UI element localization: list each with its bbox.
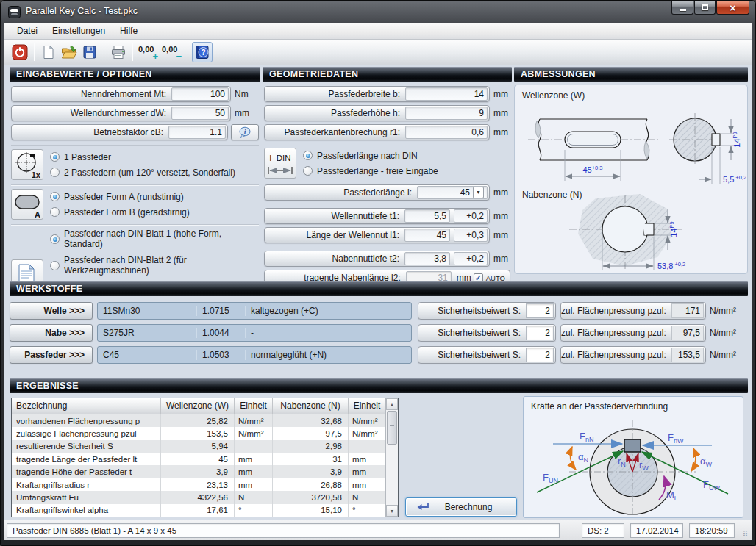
option-label: Passfeder nach DIN-Blatt 1 (hohe Form, S… [64,229,259,249]
save-floppy-icon [82,45,97,60]
menu-bar: Datei Einstellungen Hilfe [4,23,752,40]
wellennutlaenge-label: Länge der Wellennut l1: [265,230,404,240]
input-row-nabennuttiefe: Nabennuttiefe t2: 3,8 +0,2 mm [264,251,510,267]
row-name: Umfangskraft Fu [12,491,161,503]
results-table-header: Bezeichnung Wellenzone (W) Einheit Naben… [12,398,385,414]
option-2-passfedern[interactable]: 2 Passfedern (um 120° versetzt, Sonderfa… [50,168,259,178]
option-din-blatt-2[interactable]: Passfeder nach DIN-Blatt 2 (für Werkzeug… [50,255,259,276]
maximize-button[interactable] [694,1,716,15]
welle-material-field[interactable]: 11SMn30 1.0715 kaltgezogen (+C) [97,302,412,320]
decimals-decrease-button[interactable]: 0,00 − [160,42,184,62]
icon-caption: 1x [32,170,40,179]
decimals-increase-label: 0,00 [138,45,154,54]
col-nabenzone[interactable]: Nabenzone (N) [273,398,349,414]
dim-14-p9-nabe: 14P9 [668,221,678,237]
menu-einstellungen[interactable]: Einstellungen [45,24,113,38]
table-row: resultierende Sicherheit S5,942,98 [12,440,385,453]
option-laenge-frei[interactable]: Passfederlänge - freie Eingabe [303,166,510,176]
col-wellenzone[interactable]: Wellenzone (W) [161,398,235,414]
welle-material-button[interactable]: Welle >>> [10,302,93,320]
radio-icon[interactable] [50,168,60,177]
help-button[interactable]: ? [192,42,213,62]
label-alpha-n: αN [578,451,588,464]
menu-datei[interactable]: Datei [10,24,45,38]
close-button[interactable]: × [716,1,749,15]
berechnung-button[interactable]: Berechnung [405,497,517,517]
icon-caption: A [35,210,40,219]
input-row-passfederbreite: Passfederbreite b: 14 mm [264,86,510,102]
save-button[interactable] [79,42,100,62]
scrollbar-thumb[interactable] [387,411,397,445]
nabe-material-field[interactable]: S275JR 1.0044 - [97,324,412,342]
betriebsfaktor-info-button[interactable]: i [231,124,259,140]
new-file-button[interactable] [38,42,59,62]
nabe-safety-input[interactable]: 2 [526,326,554,340]
radio-icon[interactable] [50,261,60,270]
welle-pzul-field: 171 [671,303,704,318]
radio-icon[interactable] [50,152,60,162]
exit-button[interactable] [10,42,30,62]
scroll-down-icon[interactable]: ▼ [386,505,398,517]
option-din-blatt-1[interactable]: Passfeder nach DIN-Blatt 1 (hohe Form, S… [50,229,259,249]
resize-grip[interactable] [738,523,748,538]
print-button[interactable] [108,42,129,62]
input-row-kantenbrechung: Passfederkantenbrechung r1: 0,6 mm [264,124,510,140]
wellendurchmesser-input[interactable]: 50 [171,107,229,120]
help-icon: ? [195,45,210,60]
panel-geometriedaten: Passfederbreite b: 14 mm Passfederhöhe h… [263,83,512,286]
radio-icon[interactable] [303,166,313,176]
option-laenge-nach-din[interactable]: Passfederlänge nach DIN [303,151,510,161]
scroll-up-icon[interactable]: ▲ [386,398,398,410]
betriebsfaktor-input[interactable]: 1.1 [168,126,226,139]
title-bar[interactable]: Parallel Key Calc - Test.pkc × [1,1,755,23]
n-unit: N/mm² [349,427,385,439]
passfeder-material-field[interactable]: C45 1.0503 normalgeglüht (+N) [97,346,412,364]
main-area: EINGABEWERTE / OPTIONEN Nenndrehmoment M… [4,65,752,521]
n-value: 32,68 [273,414,349,427]
radio-icon[interactable] [50,192,60,201]
option-form-b[interactable]: Passfeder Form B (geradstirnig) [50,207,259,218]
material-name: C45 [98,350,196,360]
status-bar: Passfeder DIN 6885 (Blatt 1) - A 14 x 9 … [4,520,752,540]
decimals-increase-button[interactable]: 0,00 + [137,42,160,62]
results-table: Bezeichnung Wellenzone (W) Einheit Naben… [11,398,399,517]
radio-icon[interactable] [303,151,313,160]
maximize-icon [702,4,708,10]
passfeder-material-button[interactable]: Passfeder >>> [10,346,93,364]
nabe-material-button[interactable]: Nabe >>> [10,324,93,342]
wellennutlaenge-tolerance: +0,3 [454,229,488,242]
laenge-din-iconbox: l=DIN [264,148,296,179]
row-name: zulässige Flächenpressung pzul [12,427,161,439]
input-row-passfederlaenge: Passfederlänge l: 45 ▾ mm [264,184,510,201]
passfeder-safety-input[interactable]: 2 [526,348,554,362]
col-bezeichnung[interactable]: Bezeichnung [12,398,161,414]
passfederlaenge-select[interactable]: 45 ▾ [417,186,488,199]
welle-safety-input[interactable]: 2 [526,303,554,318]
unit-label: mm [490,230,510,240]
open-file-button[interactable] [59,42,79,62]
unit-label: mm [490,187,510,198]
dimension-arrow-icon [267,166,293,175]
col-einheit-n[interactable]: Einheit [349,398,385,414]
safety-label: Sicherheitsbeiwert S: [418,328,526,338]
col-einheit-w[interactable]: Einheit [235,398,273,414]
row-name: vorhandenen Flächenpressung p [12,414,161,427]
chevron-down-icon[interactable]: ▾ [473,187,484,198]
radio-icon[interactable] [50,234,60,244]
passfederbreite-label: Passfederbreite b: [265,89,405,99]
label-fnn: FnN [580,431,593,443]
power-icon [12,44,28,60]
minimize-button[interactable] [671,1,693,15]
option-form-a[interactable]: Passfeder Form A (rundstirnig) [50,192,259,202]
menu-hilfe[interactable]: Hilfe [113,24,145,38]
option-1-passfeder[interactable]: 1 Passfeder [50,152,259,162]
nenndrehmoment-input[interactable]: 100 [171,87,229,101]
passfeder-count-iconbox: 1x [11,149,43,180]
group-divider [11,184,259,186]
material-number: 1.0503 [196,350,245,360]
table-scrollbar[interactable]: ▲ ▼ [385,398,398,517]
printer-icon [110,45,126,60]
radio-icon[interactable] [50,207,60,217]
panel-abmessungen: Wellenzone (W) 45+0, [514,65,748,276]
w-unit: N/mm² [235,427,273,439]
